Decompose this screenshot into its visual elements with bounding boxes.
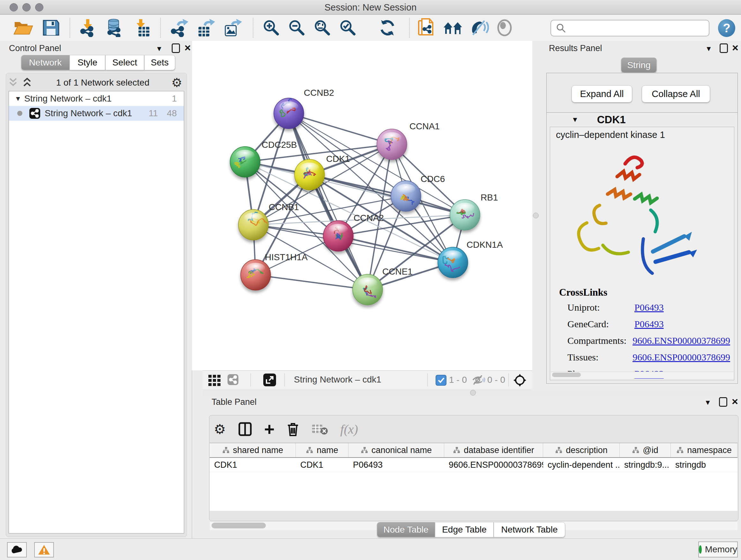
open-session-icon[interactable] — [13, 18, 33, 37]
node-RB1[interactable] — [450, 199, 480, 230]
tab-string[interactable]: String — [621, 57, 657, 73]
panel-menu-icon[interactable]: ▼ — [156, 45, 163, 53]
column-header-shared-name[interactable]: shared name — [210, 443, 296, 457]
zoom-out-icon[interactable] — [288, 18, 306, 37]
collapse-all-button[interactable]: Collapse All — [642, 85, 710, 103]
function-builder-icon[interactable]: f(x) — [340, 422, 358, 437]
edge-CCNB2-CCNE1[interactable] — [289, 113, 367, 290]
hidden-eye-icon[interactable] — [472, 374, 486, 385]
table-cell[interactable]: 9606.ENSP00000378699 — [444, 458, 543, 472]
string-view-icon[interactable] — [227, 374, 239, 385]
node-CDK1[interactable] — [294, 159, 325, 190]
close-panel-icon[interactable]: × — [732, 396, 738, 407]
tree-expander-icon[interactable]: ▼ — [15, 95, 24, 103]
protein-section-header[interactable]: ▼ CDK1 — [547, 113, 738, 127]
float-panel-icon[interactable] — [719, 397, 727, 407]
zoom-fit-icon[interactable] — [313, 18, 331, 37]
add-column-icon[interactable]: + — [264, 423, 275, 435]
table-cell[interactable]: stringdb — [671, 458, 738, 472]
search-input[interactable] — [550, 20, 710, 37]
copy-network-icon[interactable] — [417, 18, 435, 37]
cloud-button[interactable] — [7, 542, 27, 557]
delete-table-icon[interactable] — [312, 423, 328, 435]
float-panel-icon[interactable] — [172, 44, 180, 53]
node-CDKN1A[interactable] — [438, 247, 468, 278]
table-cell[interactable]: stringdb:9... — [620, 458, 671, 472]
birdseye-toggle-icon[interactable] — [513, 373, 527, 387]
show-columns-icon[interactable] — [238, 422, 252, 436]
edge-CCNB2-CCNA1[interactable] — [289, 113, 392, 144]
results-hscrollbar[interactable] — [551, 372, 733, 378]
export-network-icon[interactable] — [170, 18, 189, 37]
birdseye-icon[interactable] — [496, 18, 513, 37]
crosslink-value[interactable]: P06493 — [634, 302, 664, 313]
gear-icon[interactable]: ⚙ — [214, 422, 226, 437]
refresh-icon[interactable] — [379, 18, 397, 37]
import-database-icon[interactable] — [104, 18, 124, 37]
import-table-icon[interactable] — [133, 18, 151, 37]
export-table-icon[interactable] — [196, 18, 216, 37]
panel-menu-icon[interactable]: ▼ — [704, 398, 711, 407]
delete-column-icon[interactable] — [286, 422, 299, 437]
node-CCNA2[interactable] — [323, 221, 353, 251]
zoom-in-icon[interactable] — [262, 18, 280, 37]
tab-sets[interactable]: Sets — [144, 55, 175, 70]
edge-HIST1H1A-CCNE1[interactable] — [256, 275, 367, 290]
home-icon[interactable] — [443, 18, 463, 37]
node-CDC6[interactable] — [391, 181, 421, 211]
crosslink-value[interactable]: 9606.ENSP00000378699 — [632, 335, 730, 346]
node-CCNE1[interactable] — [353, 274, 383, 305]
splitter-handle[interactable] — [533, 212, 539, 219]
network-row-selected[interactable]: String Network – cdk1 11 48 — [9, 106, 184, 121]
warnings-button[interactable] — [34, 542, 54, 557]
node-HIST1H1A[interactable] — [241, 260, 271, 290]
toggle-visibility-icon[interactable] — [470, 18, 489, 37]
zoom-selected-icon[interactable] — [339, 18, 357, 37]
network-canvas[interactable]: CCNB2CCNA1CDC25BCDK1CDC6RB1CCNB1CCNA2CDK… — [192, 41, 532, 370]
column-header-canonical-name[interactable]: canonical name — [348, 443, 444, 457]
expand-all-icon[interactable] — [22, 77, 34, 88]
float-panel-icon[interactable] — [720, 44, 728, 53]
tab-select[interactable]: Select — [105, 55, 144, 70]
panel-menu-icon[interactable]: ▼ — [705, 45, 712, 53]
table-cell[interactable]: CDK1 — [296, 458, 348, 472]
table-cell[interactable]: CDK1 — [210, 458, 296, 472]
tab-style[interactable]: Style — [70, 55, 105, 70]
column-header-namespace[interactable]: namespace — [671, 443, 738, 457]
column-header-description[interactable]: description — [543, 443, 620, 457]
close-panel-icon[interactable]: × — [732, 42, 738, 53]
memory-button[interactable]: Memory — [698, 542, 738, 557]
table-cell[interactable]: cyclin-dependent ... — [543, 458, 620, 472]
help-button[interactable]: ? — [718, 19, 735, 37]
table-row[interactable]: CDK1CDK1P064939606.ENSP00000378699cyclin… — [210, 458, 738, 472]
open-in-window-icon[interactable] — [263, 374, 276, 386]
table-cell[interactable]: P06493 — [348, 458, 444, 472]
column-header--id[interactable]: @id — [620, 443, 671, 457]
export-image-icon[interactable] — [223, 18, 242, 37]
node-CCNB2[interactable] — [274, 98, 304, 129]
selected-checkbox-icon[interactable] — [435, 375, 447, 386]
right-splitter[interactable] — [532, 41, 539, 391]
expand-all-button[interactable]: Expand All — [571, 85, 632, 103]
collapse-all-icon[interactable] — [8, 77, 20, 88]
column-header-database-identifier[interactable]: database identifier — [444, 443, 543, 457]
gear-icon[interactable]: ⚙ — [172, 76, 182, 90]
save-session-icon[interactable] — [42, 18, 60, 37]
section-expander-icon[interactable]: ▼ — [571, 116, 579, 124]
network-collection-row[interactable]: ▼ String Network – cdk1 1 — [9, 91, 184, 106]
crosslink-value[interactable]: P06493 — [634, 319, 664, 329]
node-CDC25B[interactable] — [230, 146, 260, 177]
crosslink-value[interactable]: 9606.ENSP00000378699 — [632, 352, 730, 363]
tab-network-table[interactable]: Network Table — [494, 522, 565, 537]
tab-node-table[interactable]: Node Table — [377, 522, 435, 537]
column-header-name[interactable]: name — [296, 443, 348, 457]
node-CCNA1[interactable] — [377, 129, 407, 160]
splitter-handle[interactable] — [470, 390, 476, 395]
tab-edge-table[interactable]: Edge Table — [435, 522, 494, 537]
import-network-icon[interactable] — [78, 18, 98, 37]
close-panel-icon[interactable]: × — [185, 42, 191, 53]
grid-view-icon[interactable] — [208, 374, 222, 386]
node-CCNB1[interactable] — [239, 209, 268, 240]
edge-CCNA2-CDKN1A[interactable] — [338, 236, 453, 262]
scrollbar-thumb[interactable] — [212, 523, 266, 528]
